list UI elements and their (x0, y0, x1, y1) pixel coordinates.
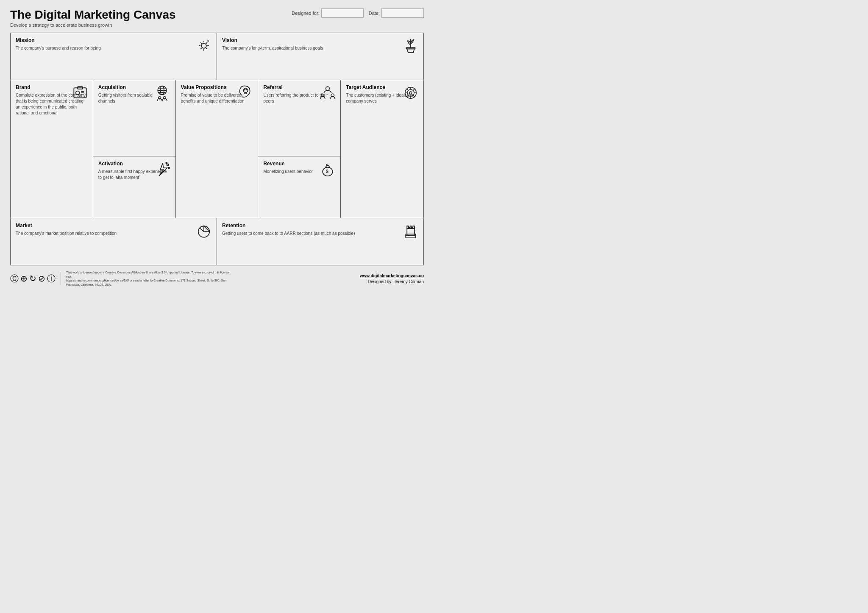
value-prop-cell: Value Propositions Promise of value to b… (176, 80, 259, 218)
retention-cell: Retention Getting users to come back to … (217, 218, 423, 265)
market-cell: Market The company's market position rel… (11, 218, 217, 265)
footer-left: Ⓒ ⊕ ↻ ⊘ ⓘ This work is licensed under a … (10, 270, 236, 287)
cc-nc-icon: ⊘ (38, 274, 45, 283)
svg-point-19 (407, 89, 414, 96)
referral-cell: Referral Users referring the product to … (258, 80, 340, 156)
canvas: Mission The company's purpose and reason… (10, 33, 424, 265)
mission-desc: The company's purpose and reason for bei… (16, 45, 211, 51)
svg-point-0 (201, 43, 206, 48)
vision-desc: The company's long-term, aspirational bu… (222, 45, 418, 51)
chess-rook-icon (401, 222, 420, 240)
svg-point-1 (207, 40, 209, 42)
date-field: Date: (369, 8, 424, 18)
acquisition-cell: Acquisition Getting visitors from scalab… (93, 80, 175, 156)
market-desc: The company's market position relative t… (16, 231, 211, 237)
spark-icon (153, 160, 172, 178)
vision-cell: Vision The company's long-term, aspirati… (217, 33, 423, 80)
cc-by-icon: ⊕ (20, 274, 28, 283)
page-header: The Digital Marketing Canvas Develop a s… (10, 8, 424, 28)
acquisition-activation-col: Acquisition Getting visitors from scalab… (93, 80, 176, 218)
retention-title: Retention (222, 223, 418, 228)
badge-icon (71, 84, 89, 102)
date-label: Date: (369, 11, 380, 16)
svg-point-11 (166, 162, 167, 164)
cc-icons: Ⓒ ⊕ ↻ ⊘ ⓘ (10, 274, 56, 283)
brand-cell: Brand Complete expression of the company… (11, 80, 93, 218)
referral-icon (318, 84, 337, 102)
pie-chart-icon (195, 222, 213, 240)
row-main: Brand Complete expression of the company… (11, 80, 423, 218)
footer-license-text: This work is licensed under a Creative C… (66, 270, 236, 287)
cc-info-icon: ⓘ (47, 274, 56, 283)
designed-for-input[interactable] (321, 8, 364, 18)
footer: Ⓒ ⊕ ↻ ⊘ ⓘ This work is licensed under a … (10, 269, 424, 289)
row-market-retention: Market The company's market position rel… (11, 218, 423, 265)
cc-sa-icon: ↻ (29, 274, 36, 283)
cc-icon: Ⓒ (10, 274, 19, 283)
svg-text:$: $ (326, 168, 329, 174)
header-fields: Designed for: Date: (292, 8, 424, 18)
svg-point-10 (168, 167, 170, 168)
vision-title: Vision (222, 37, 418, 43)
gear-icon (195, 36, 213, 55)
page-title: The Digital Marketing Canvas (10, 8, 176, 22)
target-audience-cell: Target Audience The customers (existing … (341, 80, 423, 218)
page-subtitle: Develop a strategy to accelerate busines… (10, 22, 176, 28)
svg-point-13 (326, 86, 330, 90)
referral-revenue-col: Referral Users referring the product to … (258, 80, 341, 218)
title-block: The Digital Marketing Canvas Develop a s… (10, 8, 176, 28)
svg-point-20 (409, 92, 412, 94)
footer-url: www.digitalmarketingcanvas.co (360, 273, 424, 278)
market-title: Market (16, 223, 211, 228)
globe-icon (153, 84, 172, 102)
svg-point-9 (167, 164, 168, 165)
svg-point-4 (76, 91, 80, 95)
date-input[interactable] (381, 8, 424, 18)
revenue-cell: Revenue Monetizing users behavior $ (258, 156, 340, 218)
money-bag-icon: $ (318, 160, 337, 178)
designed-for-label: Designed for: (292, 11, 319, 16)
target-icon (401, 84, 420, 102)
activation-cell: Activation A measurable first happy expe… (93, 156, 175, 218)
footer-designed-by: Designed by: Jeremy Corman (368, 279, 424, 284)
retention-desc: Getting users to come back to to AARR se… (222, 231, 418, 237)
lightbulb-head-icon (236, 84, 254, 102)
row-mission-vision: Mission The company's purpose and reason… (11, 33, 423, 80)
plant-icon (401, 36, 420, 55)
footer-divider (61, 272, 61, 285)
mission-title: Mission (16, 37, 211, 43)
mission-cell: Mission The company's purpose and reason… (11, 33, 217, 80)
footer-bottom: www.digitalmarketingcanvas.co Designed b… (360, 273, 424, 284)
designed-for-field: Designed for: (292, 8, 363, 18)
